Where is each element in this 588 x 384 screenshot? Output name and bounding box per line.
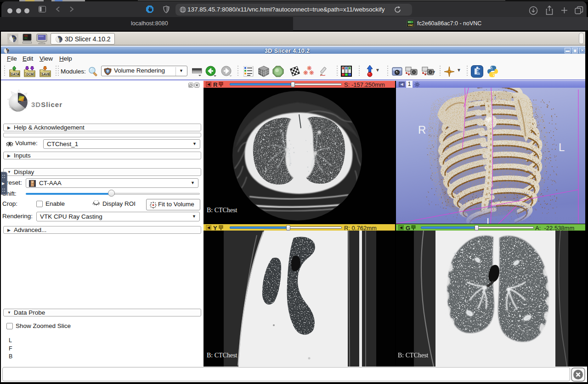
svg-text:SAVE: SAVE: [41, 73, 50, 76]
svg-text:R: R: [418, 124, 426, 136]
svg-text:DCM: DCM: [26, 73, 34, 76]
svg-text:B: CTChest: B: CTChest: [207, 207, 237, 214]
svg-text:DATA: DATA: [11, 73, 19, 76]
svg-text:VNC: VNC: [408, 24, 413, 27]
svg-text:B: CTChest: B: CTChest: [207, 352, 237, 359]
svg-text:I: I: [486, 216, 489, 224]
svg-text:L: L: [559, 141, 565, 153]
svg-text:VNC: VNC: [24, 37, 28, 40]
svg-text:B: CTChest: B: CTChest: [398, 352, 429, 359]
